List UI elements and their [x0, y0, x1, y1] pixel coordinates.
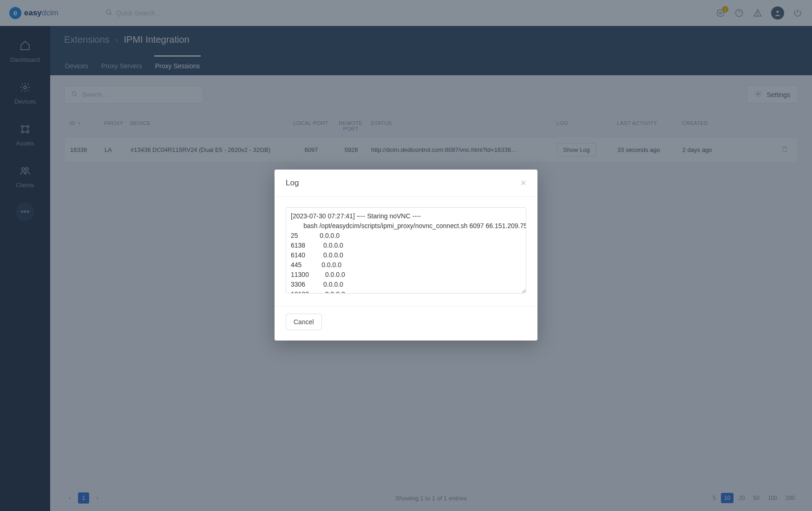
modal-footer: Cancel — [275, 306, 537, 341]
cancel-button[interactable]: Cancel — [286, 314, 322, 330]
log-modal: Log × Cancel — [275, 170, 537, 341]
modal-overlay[interactable]: Log × Cancel — [0, 0, 812, 511]
modal-body — [275, 197, 537, 306]
modal-title: Log — [286, 178, 299, 188]
modal-header: Log × — [275, 170, 537, 197]
close-icon[interactable]: × — [520, 178, 526, 188]
log-textarea[interactable] — [286, 207, 526, 294]
